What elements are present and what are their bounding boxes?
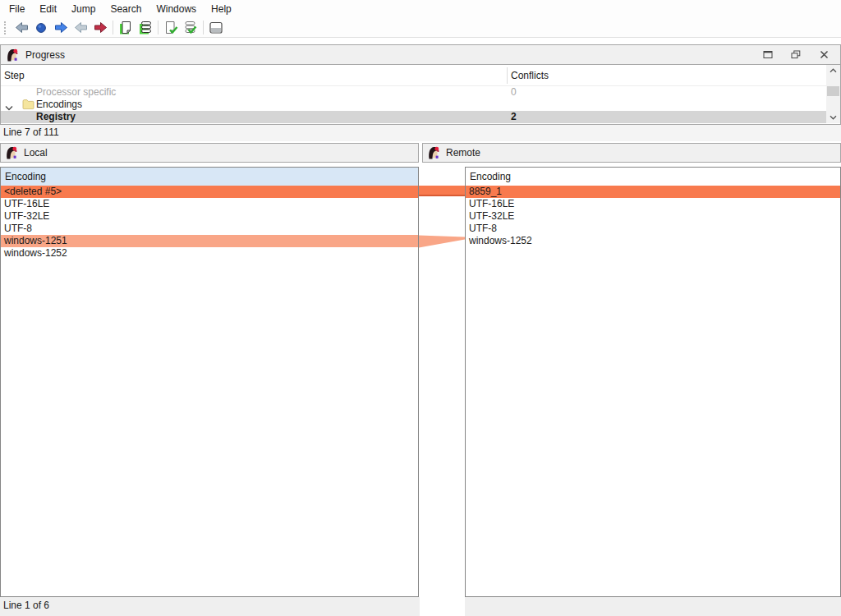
toolbar [0,18,841,38]
document-icon [118,21,133,35]
local-pane: Encoding <deleted #5> UTF-16LE UTF-32LE … [0,167,419,597]
conflicts-cell: 2 [511,111,517,123]
menu-bar: File Edit Jump Search Windows Help [0,0,841,18]
nav-back-button[interactable] [11,19,31,37]
save-file-button[interactable] [161,19,181,37]
app-geisha-icon [6,48,19,62]
list-item[interactable]: UTF-8 [1,223,418,235]
list-item[interactable]: UTF-16LE [466,198,840,210]
list-item[interactable]: UTF-32LE [1,210,418,223]
list-item[interactable]: <deleted #5> [1,186,418,198]
prev-change-button[interactable] [71,19,90,37]
progress-titlebar: Progress [1,45,840,65]
toolbar-separator [113,21,113,34]
menu-jump[interactable]: Jump [64,1,103,17]
progress-title: Progress [25,49,65,61]
next-change-button[interactable] [90,19,110,37]
remote-titlebar: Remote [422,143,841,163]
scroll-up-button[interactable] [826,65,840,76]
window-controls [761,49,835,61]
save-stack-button[interactable] [181,19,200,37]
scrollbar-thumb[interactable] [827,86,839,96]
toolbar-grip-handle[interactable] [4,21,8,34]
merge-status-text: Line 1 of 6 [3,600,49,611]
table-row-encodings[interactable]: Encodings [1,99,826,111]
table-row-processor-specific[interactable]: Processor specific 0 [1,86,826,99]
local-title: Local [24,147,48,159]
step-cell: Processor specific [36,86,116,99]
gutter-extension [420,597,465,616]
restore-button[interactable] [789,49,802,61]
table-scrollbar[interactable] [826,65,840,123]
list-item[interactable]: UTF-16LE [1,198,418,210]
maximize-button[interactable] [761,49,774,61]
restore-icon [791,50,801,59]
toolbar-separator [203,21,204,34]
window-view-button[interactable] [206,19,226,37]
diff-connector-light [419,235,465,250]
stack-icon [138,21,153,35]
column-header-step[interactable]: Step [4,70,25,81]
chevron-down-icon [830,115,837,120]
current-position-icon [35,22,47,34]
menu-file[interactable]: File [2,1,32,17]
list-item[interactable]: UTF-8 [466,223,840,235]
diff-connector-strong [419,186,465,196]
window-box-icon [209,21,223,34]
menu-help[interactable]: Help [204,1,239,17]
stack-check-icon [183,21,198,35]
chevron-up-icon [830,68,837,73]
step-cell: Encodings [36,99,82,111]
forward-arrow-icon [54,21,68,34]
close-icon [820,50,829,59]
current-position-button[interactable] [31,19,51,37]
menu-search[interactable]: Search [103,1,149,17]
open-stack-button[interactable] [136,19,155,37]
scroll-down-button[interactable] [826,112,840,123]
maximize-icon [763,50,773,59]
menu-edit[interactable]: Edit [32,1,64,17]
close-button[interactable] [817,49,830,61]
open-file-button[interactable] [116,19,136,37]
next-red-arrow-icon [94,21,108,34]
progress-window: Progress Step Conflicts Processor s [0,44,841,125]
merge-area: Encoding <deleted #5> UTF-16LE UTF-32LE … [0,167,841,597]
column-divider [507,67,508,84]
list-item[interactable]: windows-1252 [466,235,840,247]
remote-title: Remote [446,147,480,159]
column-header-conflicts[interactable]: Conflicts [511,70,549,81]
progress-status-text: Line 7 of 111 [3,126,59,138]
app-geisha-icon [5,146,18,159]
app-geisha-icon [427,146,440,159]
remote-column-header[interactable]: Encoding [466,168,840,186]
table-row-registry[interactable]: Registry 2 [1,111,826,123]
progress-status-bar: Line 7 of 111 [0,125,841,141]
list-item[interactable]: windows-1252 [1,247,418,260]
back-arrow-icon [15,21,29,34]
remote-pane: Encoding 8859_1 UTF-16LE UTF-32LE UTF-8 … [465,167,841,597]
step-cell: Registry [36,111,76,123]
diff-gutter [419,167,465,597]
list-item[interactable]: UTF-32LE [466,210,840,223]
progress-table: Step Conflicts Processor specific 0 Enco… [1,65,840,123]
toolbar-separator [158,21,159,34]
conflicts-cell: 0 [511,86,517,99]
nav-forward-button[interactable] [51,19,71,37]
previous-gray-arrow-icon [74,21,88,34]
menu-windows[interactable]: Windows [149,1,204,17]
list-item[interactable]: windows-1251 [1,235,418,247]
app-window: File Edit Jump Search Windows Help [0,0,841,616]
local-column-header[interactable]: Encoding [1,168,418,186]
list-item[interactable]: 8859_1 [466,186,840,198]
local-titlebar: Local [0,143,419,163]
document-check-icon [163,21,178,35]
progress-table-header: Step Conflicts [1,65,840,86]
